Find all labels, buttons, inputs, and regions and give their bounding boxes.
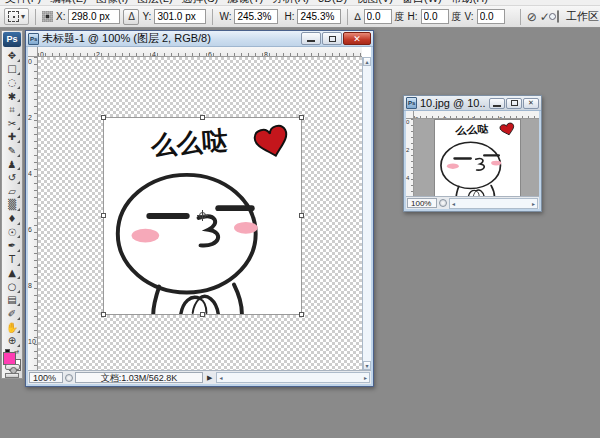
move-tool[interactable]: ✥ — [3, 49, 21, 63]
rotation-input[interactable] — [364, 9, 392, 24]
scroll-up-arrow[interactable]: ▴ — [363, 57, 371, 66]
divider — [212, 9, 213, 25]
horizontal-skew-input[interactable] — [421, 9, 449, 24]
transform-handle[interactable] — [299, 312, 304, 317]
vertical-scrollbar[interactable]: ▴ ▾ — [362, 57, 371, 370]
clone-stamp-tool[interactable]: ♟ — [3, 158, 21, 172]
horizontal-scrollbar[interactable]: ◂ ▸ — [216, 372, 370, 383]
canvas-artwork[interactable] — [434, 119, 521, 198]
spot-healing-brush-tool-icon: ✚ — [8, 131, 16, 143]
shape-tool-icon: ○ — [8, 281, 17, 293]
notes-tool[interactable]: ▤ — [3, 294, 21, 308]
menu-item[interactable]: 3D(D) — [318, 0, 347, 4]
lasso-tool[interactable]: ◌ — [3, 76, 21, 90]
brush-tool[interactable]: ✎ — [3, 144, 21, 158]
blur-tool[interactable]: ♦ — [3, 212, 21, 226]
tool-list: ✥□◌✱⌗✂✚✎♟↺▱▒♦☉✒T▲○▤✐✋⊕ — [3, 49, 21, 348]
magic-wand-tool[interactable]: ✱ — [3, 90, 21, 104]
cancel-transform-button[interactable]: ⊘ — [527, 10, 537, 24]
transform-handle[interactable] — [200, 115, 205, 120]
document-size-info: 文档:1.03M/562.8K — [75, 372, 203, 383]
hand-tool[interactable]: ✋ — [3, 321, 21, 335]
history-brush-tool[interactable]: ↺ — [3, 171, 21, 185]
ruler-number: 2 — [28, 113, 37, 169]
close-button[interactable]: ✕ — [343, 32, 371, 45]
horizontal-ruler[interactable]: 0246810 — [38, 47, 362, 57]
rectangular-marquee-tool[interactable]: □ — [3, 63, 21, 77]
status-circle-icon — [65, 374, 73, 382]
shape-tool[interactable]: ○ — [3, 280, 21, 294]
magic-wand-tool-icon: ✱ — [8, 91, 16, 103]
tool-preset-picker[interactable]: ▾ — [4, 8, 29, 25]
notes-tool-icon: ▤ — [7, 294, 16, 306]
vertical-ruler[interactable]: 024 — [406, 119, 414, 196]
color-swatches — [2, 352, 22, 361]
vertical-ruler[interactable]: 0246810 — [28, 57, 38, 370]
scroll-right-arrow[interactable]: ▸ — [532, 200, 535, 207]
zoom-tool-icon: ⊕ — [8, 335, 16, 347]
main-window-title: 未标题-1 @ 100% (图层 2, RGB/8) — [42, 31, 298, 46]
pen-tool[interactable]: ✒ — [3, 239, 21, 253]
horizontal-scrollbar[interactable]: ◂ ▸ — [449, 198, 538, 209]
horizontal-ruler[interactable]: 0246 — [414, 111, 539, 119]
eyedropper-tool[interactable]: ✐ — [3, 307, 21, 321]
divider — [347, 9, 348, 25]
type-tool[interactable]: T — [3, 253, 21, 267]
main-window-titlebar[interactable]: 未标题-1 @ 100% (图层 2, RGB/8) ✕ — [26, 31, 373, 47]
minimize-button[interactable] — [489, 98, 505, 109]
small-window-titlebar[interactable]: 10.jpg @ 10.. ✕ — [404, 96, 541, 111]
slice-tool[interactable]: ✂ — [3, 117, 21, 131]
transform-handle[interactable] — [101, 213, 106, 218]
reference-point-locator[interactable] — [42, 11, 53, 22]
transform-handle[interactable] — [299, 213, 304, 218]
default-colors-control[interactable]: ⇄ — [3, 348, 21, 351]
tools-panel: Ps ✥□◌✱⌗✂✚✎♟↺▱▒♦☉✒T▲○▤✐✋⊕ ⇄ — [1, 30, 23, 379]
close-button[interactable]: ✕ — [523, 98, 539, 109]
scroll-left-arrow[interactable]: ◂ — [219, 374, 222, 381]
gradient-tool[interactable]: ▒ — [3, 199, 21, 213]
transform-handle[interactable] — [200, 312, 205, 317]
ruler-number: 6 — [28, 225, 37, 281]
minimize-button[interactable] — [301, 32, 321, 45]
document-window-untitled: 未标题-1 @ 100% (图层 2, RGB/8) ✕ 0246810 024… — [25, 30, 374, 387]
zoom-level-field[interactable]: 100% — [407, 198, 437, 208]
brush-tool-icon: ✎ — [8, 145, 16, 157]
scroll-right-arrow[interactable]: ▸ — [364, 374, 367, 381]
x-position-input[interactable] — [68, 9, 120, 24]
height-scale-input[interactable] — [297, 9, 341, 24]
quick-mask-button[interactable] — [5, 364, 20, 370]
slice-tool-icon: ✂ — [8, 118, 16, 130]
maximize-button[interactable] — [322, 32, 342, 45]
document-icon — [28, 33, 39, 45]
vertical-skew-input[interactable] — [477, 9, 505, 24]
rectangular-marquee-tool-icon: □ — [7, 63, 16, 75]
vertical-skew-label: V: — [465, 11, 474, 22]
transform-handle[interactable] — [299, 115, 304, 120]
width-scale-input[interactable] — [234, 9, 278, 24]
y-position-input[interactable] — [154, 9, 206, 24]
zoom-level-field[interactable]: 100% — [29, 372, 63, 383]
relative-positioning-toggle[interactable]: Δ — [123, 9, 139, 25]
options-bar: ▾ X: Δ Y: W: H: ∆ 度 H: 度 V: — [0, 6, 600, 28]
transform-handle[interactable] — [101, 312, 106, 317]
spot-healing-brush-tool[interactable]: ✚ — [3, 131, 21, 145]
transform-bounding-box[interactable] — [103, 117, 302, 315]
zoom-tool[interactable]: ⊕ — [3, 334, 21, 348]
canvas-area[interactable] — [414, 119, 539, 196]
launch-bridge-button[interactable] — [557, 10, 559, 23]
path-selection-tool[interactable]: ▲ — [3, 267, 21, 281]
canvas-area[interactable] — [38, 57, 362, 370]
eraser-tool[interactable]: ▱ — [3, 185, 21, 199]
transform-reference-point[interactable] — [199, 212, 206, 219]
photoshop-logo[interactable]: Ps — [3, 32, 21, 47]
status-popup-arrow[interactable]: ▶ — [205, 374, 214, 382]
x-label: X: — [56, 11, 65, 22]
scroll-down-arrow[interactable]: ▾ — [363, 361, 371, 370]
workspace-switcher[interactable]: 工作区 ▾ — [562, 7, 600, 26]
transform-handle[interactable] — [101, 115, 106, 120]
maximize-button[interactable] — [506, 98, 522, 109]
dodge-tool[interactable]: ☉ — [3, 226, 21, 240]
chevron-down-icon: ▾ — [21, 12, 25, 21]
crop-tool[interactable]: ⌗ — [3, 103, 21, 117]
scroll-left-arrow[interactable]: ◂ — [452, 200, 455, 207]
